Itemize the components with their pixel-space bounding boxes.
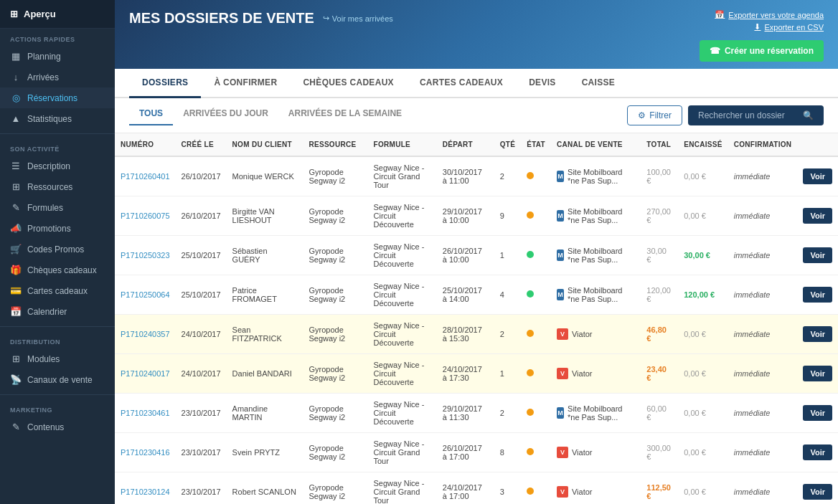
cell-confirmation: immédiate [728, 156, 798, 196]
cell-numero[interactable]: P1710260401 [115, 156, 176, 196]
cell-cree-le: 25/10/2017 [176, 236, 227, 275]
sidebar-item-promotions[interactable]: 📣 Promotions [0, 218, 115, 239]
tab-devis[interactable]: DEVIS [516, 69, 569, 98]
cell-client: Birgitte VAN LIESHOUT [227, 196, 303, 236]
voir-button[interactable]: Voir [803, 168, 832, 184]
filter-tab-arrivees-jour[interactable]: ARRIVÉES DU JOUR [173, 105, 278, 125]
sidebar-item-cartes-cadeaux[interactable]: 💳 Cartes cadeaux [0, 280, 115, 301]
cell-numero[interactable]: P1710240017 [115, 354, 176, 394]
canal-label: Site Mobilboard *ne Pas Sup... [568, 404, 635, 422]
cell-depart: 26/10/2017 à 17:00 [437, 433, 494, 472]
cell-action: Voir [797, 354, 838, 394]
search-input[interactable] [698, 110, 799, 120]
sidebar-label-planning: Planning [27, 52, 61, 62]
download-icon: ⬇ [754, 22, 761, 32]
col-client: NOM DU CLIENT [227, 133, 303, 156]
sidebar-item-canaux-vente[interactable]: 📡 Canaux de vente [0, 369, 115, 390]
cell-formule: Segway Nice - Circuit Découverte [368, 315, 437, 354]
status-dot [527, 330, 534, 337]
cell-numero[interactable]: P1710240357 [115, 315, 176, 354]
cell-confirmation: immédiate [728, 354, 798, 394]
cell-ressource: Gyropode Segway i2 [303, 236, 367, 275]
canal-label: Site Mobilboard *ne Pas Sup... [568, 207, 635, 224]
voir-button[interactable]: Voir [803, 366, 832, 381]
filter-button[interactable]: ⚙ Filtrer [627, 105, 682, 125]
sidebar-item-statistiques[interactable]: ▲ Statistiques [0, 108, 115, 129]
cell-numero[interactable]: P1710230124 [115, 472, 176, 505]
voir-button[interactable]: Voir [803, 208, 832, 224]
filter-tab-arrivees-semaine[interactable]: ARRIVÉES DE LA SEMAINE [278, 105, 412, 125]
cell-confirmation: immédiate [728, 275, 798, 315]
voir-button[interactable]: Voir [803, 287, 832, 303]
cell-client: Patrice FROMAGET [227, 275, 303, 315]
sidebar-item-description[interactable]: ☰ Description [0, 156, 115, 176]
cell-total: 270,00 € [641, 196, 678, 236]
voir-button[interactable]: Voir [803, 247, 832, 263]
cell-canal: M Site Mobilboard *ne Pas Sup... [551, 236, 641, 275]
tab-cheques-cadeaux[interactable]: CHÈQUES CADEAUX [290, 69, 407, 98]
filter-tabs: TOUS ARRIVÉES DU JOUR ARRIVÉES DE LA SEM… [129, 105, 412, 125]
page-title: MES DOSSIERS DE VENTE [129, 10, 314, 27]
search-box[interactable]: 🔍 [688, 105, 824, 125]
voir-button[interactable]: Voir [803, 326, 832, 342]
cell-total: 120,00 € [641, 275, 678, 315]
cell-numero[interactable]: P1710230461 [115, 394, 176, 433]
arrow-right-icon: ↪ [323, 14, 329, 23]
cell-numero[interactable]: P1710250323 [115, 236, 176, 275]
cell-cree-le: 25/10/2017 [176, 275, 227, 315]
sidebar-item-modules[interactable]: ⊞ Modules [0, 348, 115, 369]
section-title-actions-rapides: ACTIONS RAPIDES [0, 29, 115, 46]
filter-icon: ⚙ [638, 110, 646, 120]
cell-numero[interactable]: P1710260075 [115, 196, 176, 236]
cell-canal: V Viator [551, 354, 641, 394]
sidebar-item-calendrier[interactable]: 📅 Calendrier [0, 301, 115, 322]
status-dot [527, 448, 534, 455]
sidebar-header[interactable]: ⊞ Aperçu [0, 0, 115, 29]
cell-numero[interactable]: P1710250064 [115, 275, 176, 315]
content-icon: ✎ [10, 422, 22, 432]
sidebar-label-reservations: Réservations [27, 93, 77, 103]
canal-label: Site Mobilboard *ne Pas Sup... [568, 247, 635, 264]
export-agenda-btn[interactable]: 📅 Exporter vers votre agenda [715, 10, 824, 19]
sidebar-item-codes-promos[interactable]: 🛒 Codes Promos [0, 239, 115, 260]
cell-canal: M Site Mobilboard *ne Pas Sup... [551, 156, 641, 196]
sidebar-item-cheques-cadeaux[interactable]: 🎁 Chèques cadeaux [0, 260, 115, 280]
cell-ressource: Gyropode Segway i2 [303, 315, 367, 354]
voir-button[interactable]: Voir [803, 484, 832, 500]
cell-canal: M Site Mobilboard *ne Pas Sup... [551, 196, 641, 236]
filter-tab-tous[interactable]: TOUS [129, 105, 173, 125]
cell-formule: Segway Nice - Circuit Découverte [368, 394, 437, 433]
sidebar-item-contenus[interactable]: ✎ Contenus [0, 417, 115, 437]
voir-button[interactable]: Voir [803, 444, 832, 460]
cell-cree-le: 24/10/2017 [176, 354, 227, 394]
sidebar-item-formules[interactable]: ✎ Formules [0, 197, 115, 218]
cell-etat [521, 315, 551, 354]
arrivals-icon: ↓ [10, 72, 22, 82]
export-csv-btn[interactable]: ⬇ Exporter en CSV [754, 22, 824, 32]
sidebar-item-ressources[interactable]: ⊞ Ressources [0, 176, 115, 197]
cell-qte: 1 [494, 236, 521, 275]
sidebar-item-planning[interactable]: ▦ Planning [0, 46, 115, 67]
sidebar-item-arrivees[interactable]: ↓ Arrivées [0, 67, 115, 87]
sidebar-item-reservations[interactable]: ◎ Réservations [0, 87, 115, 108]
tab-cartes-cadeaux[interactable]: CARTES CADEAUX [407, 69, 516, 98]
create-reservation-button[interactable]: ☎ Créer une réservation [700, 40, 824, 62]
gift-icon: 🎁 [10, 265, 22, 275]
cell-etat [521, 433, 551, 472]
tab-caisse[interactable]: CAISSE [569, 69, 628, 98]
tab-dossiers[interactable]: DOSSIERS [129, 69, 201, 98]
cell-cree-le: 26/10/2017 [176, 156, 227, 196]
voir-button[interactable]: Voir [803, 405, 832, 421]
voir-arrivees-link[interactable]: ↪ Voir mes arrivées [323, 14, 393, 23]
cell-client: Daniel BANDARI [227, 354, 303, 394]
cell-canal: V Viator [551, 472, 641, 505]
table-row: P1710240357 24/10/2017 Sean FITZPATRICK … [115, 315, 838, 354]
tab-a-confirmer[interactable]: À CONFIRMER [201, 69, 290, 98]
canal-icon: M [557, 249, 564, 261]
col-encaisse: ENCAISSÉ [678, 133, 728, 156]
cell-numero[interactable]: P1710230416 [115, 433, 176, 472]
calendar-icon: 📅 [10, 306, 22, 317]
cell-canal: V Viator [551, 433, 641, 472]
cell-depart: 26/10/2017 à 10:00 [437, 236, 494, 275]
cell-etat [521, 472, 551, 505]
